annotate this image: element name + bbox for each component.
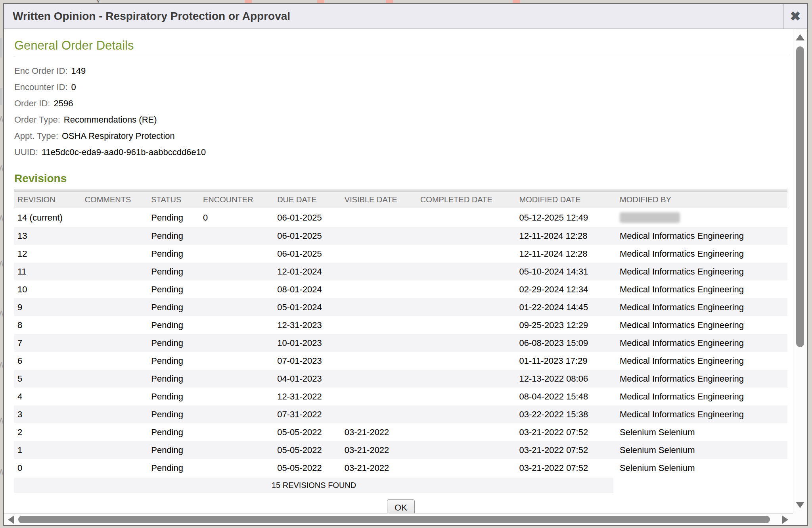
revision-cell: 8 [14,316,82,334]
revision-cell [341,245,417,263]
ok-button[interactable]: OK [387,499,415,513]
revision-cell: Pending [148,298,200,316]
general-order-details-heading: General Order Details [14,38,787,57]
written-opinion-dialog: Written Opinion - Respiratory Protection… [3,3,808,526]
dialog-titlebar: Written Opinion - Respiratory Protection… [4,4,807,29]
column-header: ENCOUNTER [200,192,274,208]
revision-cell: 01-11-2023 17:29 [516,352,617,370]
revision-cell [200,280,274,298]
revision-cell: 4 [14,388,82,405]
column-header: DUE DATE [274,192,341,208]
revision-cell [417,298,516,316]
revision-cell: 11 [14,263,82,280]
modified-by-cell: Medical Informatics Engineering [617,280,787,298]
revision-cell [200,316,274,334]
vertical-scrollbar[interactable] [793,29,807,513]
scroll-left-arrow-icon[interactable] [8,515,14,524]
revision-row: 10Pending08-01-202402-29-2024 12:34Medic… [14,280,787,298]
column-header: STATUS [148,192,200,208]
detail-label: Enc Order ID: [14,66,67,76]
revision-cell [200,245,274,263]
modified-by-cell [617,208,787,227]
scroll-down-arrow-icon[interactable] [796,502,804,508]
column-header: VISIBLE DATE [341,192,417,208]
revision-cell: 04-01-2023 [274,370,341,388]
detail-value: 2596 [54,98,73,109]
revision-cell [82,352,148,370]
revisions-count-footer: 15 REVISIONS FOUND [14,478,613,493]
revision-cell [417,280,516,298]
revision-cell: 12-11-2024 12:28 [516,227,617,245]
revision-cell: 07-31-2022 [274,405,341,423]
column-header: COMMENTS [82,192,148,208]
detail-label: UUID: [14,147,38,157]
revision-cell: 06-08-2023 15:09 [516,334,617,352]
scroll-up-arrow-icon[interactable] [796,34,804,40]
revision-cell: 10-01-2023 [274,334,341,352]
close-button[interactable]: ✖ [783,4,807,29]
scroll-right-arrow-icon[interactable] [782,515,788,524]
revisions-heading: Revisions [14,172,787,190]
revisions-header-row: REVISIONCOMMENTSSTATUSENCOUNTERDUE DATEV… [14,192,787,208]
revision-cell: Pending [148,245,200,263]
modified-by-cell: Medical Informatics Engineering [617,352,787,370]
revision-cell: 12-11-2024 12:28 [516,245,617,263]
revision-cell: 05-05-2022 [274,423,341,441]
revision-cell: 09-25-2023 12:29 [516,316,617,334]
button-row: OK [14,499,787,513]
revision-cell [341,227,417,245]
revision-cell: 12-31-2023 [274,316,341,334]
order-details-fields: Enc Order ID:149Encounter ID:0Order ID:2… [14,63,787,160]
background-artifact [0,38,2,58]
revision-cell [200,352,274,370]
detail-value: Recommendations (RE) [64,115,157,125]
revision-cell: 12-31-2022 [274,388,341,405]
revision-cell [82,459,148,477]
revision-cell [341,280,417,298]
revision-row: 11Pending12-01-202405-10-2024 14:31Medic… [14,263,787,280]
revision-cell: 0 [200,208,274,227]
revision-row: 9Pending05-01-202401-22-2024 14:45Medica… [14,298,787,316]
column-header: MODIFIED DATE [516,192,617,208]
close-icon: ✖ [790,9,801,24]
revision-cell [82,298,148,316]
revision-row: 8Pending12-31-202309-25-2023 12:29Medica… [14,316,787,334]
horizontal-scrollbar-thumb[interactable] [18,516,770,523]
revision-cell: 03-21-2022 07:52 [516,423,617,441]
revision-cell: 06-01-2025 [274,245,341,263]
revision-cell [200,405,274,423]
revision-cell: Pending [148,405,200,423]
modified-by-cell: Medical Informatics Engineering [617,263,787,280]
revision-cell: 3 [14,405,82,423]
revision-cell [341,370,417,388]
revision-cell: Pending [148,441,200,459]
modified-by-cell: Medical Informatics Engineering [617,245,787,263]
revision-cell [417,208,516,227]
revision-cell: Pending [148,459,200,477]
horizontal-scrollbar[interactable] [4,513,793,525]
modified-by-cell: Selenium Selenium [617,459,787,477]
vertical-scrollbar-thumb[interactable] [796,46,804,347]
revision-cell [82,405,148,423]
revision-cell [341,334,417,352]
revision-row: 6Pending07-01-202301-11-2023 17:29Medica… [14,352,787,370]
revision-cell: Pending [148,280,200,298]
revision-row: 7Pending10-01-202306-08-2023 15:09Medica… [14,334,787,352]
revision-cell [200,423,274,441]
revision-cell: 05-05-2022 [274,459,341,477]
revision-cell [200,227,274,245]
modified-by-cell: Medical Informatics Engineering [617,227,787,245]
revision-cell [200,334,274,352]
detail-value: 149 [71,66,86,76]
detail-label: Encounter ID: [14,82,68,92]
modified-by-cell: Selenium Selenium [617,441,787,459]
revision-cell: 05-01-2024 [274,298,341,316]
revision-cell [417,352,516,370]
revision-cell: 14 (current) [14,208,82,227]
dialog-title: Written Opinion - Respiratory Protection… [4,10,783,23]
revision-cell: 12-13-2022 08:06 [516,370,617,388]
revision-cell [82,280,148,298]
modified-by-cell: Medical Informatics Engineering [617,405,787,423]
revision-cell: 9 [14,298,82,316]
revision-cell: 12-01-2024 [274,263,341,280]
